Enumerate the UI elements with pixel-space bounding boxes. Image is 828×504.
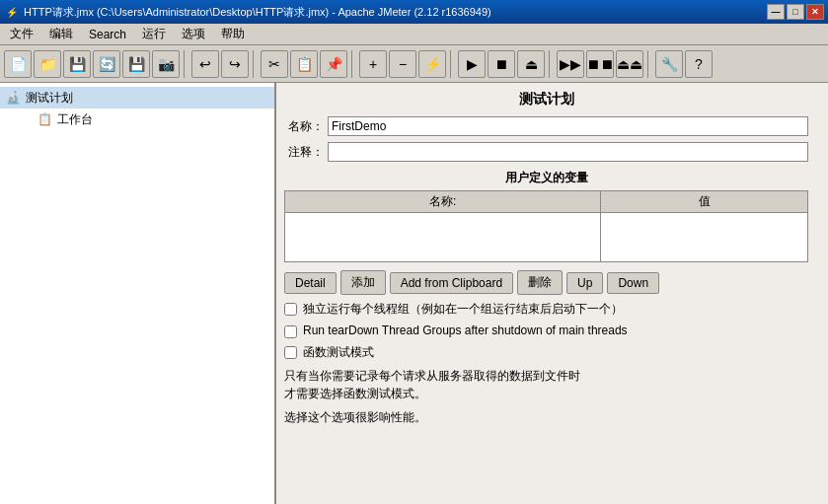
toolbar-btn-new[interactable]: 📄 bbox=[4, 50, 32, 78]
toolbar-btn-open[interactable]: 📁 bbox=[34, 50, 61, 78]
checkbox1[interactable] bbox=[284, 303, 297, 316]
table-row bbox=[285, 213, 808, 262]
checkbox3[interactable] bbox=[284, 346, 297, 359]
toolbar-separator-5 bbox=[647, 50, 651, 78]
minimize-button[interactable]: — bbox=[767, 4, 785, 20]
info-text-2: 才需要选择函数测试模式。 bbox=[284, 387, 426, 400]
checkbox2-label: Run tearDown Thread Groups after shutdow… bbox=[303, 324, 628, 337]
table-cell-name[interactable] bbox=[285, 213, 601, 262]
add-button[interactable]: 添加 bbox=[340, 270, 386, 295]
toolbar: 📄📁💾🔄💾📷↩↪✂📋📌+−⚡▶⏹⏏▶▶⏹⏹⏏⏏🔧? bbox=[0, 45, 828, 83]
name-label: 名称： bbox=[284, 118, 324, 135]
col-value-header: 值 bbox=[601, 191, 808, 213]
tree-item-test-plan[interactable]: 🔬测试计划 bbox=[0, 87, 274, 108]
menu-item-search[interactable]: Search bbox=[81, 26, 134, 43]
info-text-block: 只有当你需要记录每个请求从服务器取得的数据到文件时 才需要选择函数测试模式。 bbox=[284, 367, 808, 402]
checkbox3-label: 函数测试模式 bbox=[303, 344, 374, 361]
toolbar-btn-save[interactable]: 💾 bbox=[122, 50, 150, 78]
window-title: HTTP请求.jmx (C:\Users\Administrator\Deskt… bbox=[24, 5, 767, 20]
toolbar-btn-copy[interactable]: 📋 bbox=[290, 50, 318, 78]
tree-item-icon-test-plan: 🔬 bbox=[4, 89, 22, 107]
comment-label: 注释： bbox=[284, 144, 324, 161]
tree-panel: 🔬测试计划📋工作台 bbox=[0, 83, 276, 504]
checkbox1-label: 独立运行每个线程组（例如在一个组运行结束后启动下一个） bbox=[303, 301, 623, 318]
checkbox2-row: Run tearDown Thread Groups after shutdow… bbox=[284, 324, 808, 338]
toolbar-btn-remove[interactable]: − bbox=[389, 50, 416, 78]
table-cell-value[interactable] bbox=[601, 213, 808, 262]
info-text-3: 选择这个选项很影响性能。 bbox=[284, 408, 808, 426]
content-panel: 测试计划 名称： 注释： 用户定义的变量 名称: 值 bbox=[276, 83, 828, 504]
toolbar-btn-help-btn[interactable]: ? bbox=[685, 50, 713, 78]
app-icon: ⚡ bbox=[4, 4, 20, 20]
toolbar-btn-clear[interactable]: ⚡ bbox=[418, 50, 446, 78]
toolbar-btn-remote-shutdown[interactable]: ⏏⏏ bbox=[616, 50, 643, 78]
up-button[interactable]: Up bbox=[566, 272, 603, 294]
tree-item-label-workbench: 工作台 bbox=[57, 111, 93, 128]
toolbar-btn-paste[interactable]: 📌 bbox=[320, 50, 347, 78]
comment-row: 注释： bbox=[284, 142, 808, 162]
variables-title: 用户定义的变量 bbox=[284, 170, 808, 186]
menu-item-edit[interactable]: 编辑 bbox=[41, 24, 81, 44]
main-layout: 🔬测试计划📋工作台 测试计划 名称： 注释： 用户定义的变量 名称: 值 bbox=[0, 83, 828, 504]
checkbox1-row: 独立运行每个线程组（例如在一个组运行结束后启动下一个） bbox=[284, 301, 808, 318]
toolbar-separator-1 bbox=[253, 50, 257, 78]
variables-table: 名称: 值 bbox=[284, 190, 808, 262]
toolbar-btn-revert[interactable]: 🔄 bbox=[93, 50, 120, 78]
toolbar-btn-screenshot[interactable]: 📷 bbox=[152, 50, 180, 78]
tree-item-label-test-plan: 测试计划 bbox=[26, 90, 73, 107]
col-name-header: 名称: bbox=[285, 191, 601, 213]
menu-item-help[interactable]: 帮助 bbox=[213, 24, 253, 44]
tree-item-workbench[interactable]: 📋工作台 bbox=[16, 108, 274, 130]
checkbox3-row: 函数测试模式 bbox=[284, 344, 808, 361]
toolbar-separator-0 bbox=[184, 50, 188, 78]
toolbar-btn-function-helper[interactable]: 🔧 bbox=[655, 50, 683, 78]
name-row: 名称： bbox=[284, 116, 808, 136]
comment-input[interactable] bbox=[328, 142, 808, 162]
toolbar-btn-remote-run[interactable]: ▶▶ bbox=[557, 50, 584, 78]
close-button[interactable]: ✕ bbox=[806, 4, 824, 20]
toolbar-btn-run-btn[interactable]: ▶ bbox=[458, 50, 486, 78]
menu-item-file[interactable]: 文件 bbox=[2, 24, 41, 44]
checkbox2[interactable] bbox=[284, 325, 297, 338]
toolbar-separator-3 bbox=[450, 50, 454, 78]
toolbar-btn-remote-stop[interactable]: ⏹⏹ bbox=[586, 50, 614, 78]
toolbar-btn-redo[interactable]: ↪ bbox=[221, 50, 249, 78]
action-buttons-row: Detail 添加 Add from Clipboard 删除 Up Down bbox=[284, 270, 808, 295]
title-bar: ⚡ HTTP请求.jmx (C:\Users\Administrator\Des… bbox=[0, 0, 828, 24]
maximize-button[interactable]: □ bbox=[787, 4, 804, 20]
delete-button[interactable]: 删除 bbox=[517, 270, 563, 295]
menu-bar: 文件编辑Search运行选项帮助 bbox=[0, 24, 828, 45]
toolbar-btn-cut[interactable]: ✂ bbox=[261, 50, 288, 78]
menu-item-run[interactable]: 运行 bbox=[134, 24, 174, 44]
down-button[interactable]: Down bbox=[607, 272, 659, 294]
menu-item-options[interactable]: 选项 bbox=[174, 24, 213, 44]
name-input[interactable] bbox=[328, 116, 808, 136]
toolbar-btn-undo[interactable]: ↩ bbox=[191, 50, 219, 78]
toolbar-separator-2 bbox=[351, 50, 355, 78]
toolbar-btn-save-all[interactable]: 💾 bbox=[63, 50, 91, 78]
content-inner: 测试计划 名称： 注释： 用户定义的变量 名称: 值 bbox=[276, 83, 828, 440]
add-from-clipboard-button[interactable]: Add from Clipboard bbox=[390, 272, 513, 294]
detail-button[interactable]: Detail bbox=[284, 272, 337, 294]
window-controls: — □ ✕ bbox=[767, 4, 824, 20]
variables-section: 用户定义的变量 名称: 值 bbox=[284, 170, 808, 262]
info-text-1: 只有当你需要记录每个请求从服务器取得的数据到文件时 bbox=[284, 369, 580, 383]
tree-item-icon-workbench: 📋 bbox=[36, 110, 53, 128]
toolbar-btn-add[interactable]: + bbox=[359, 50, 387, 78]
toolbar-btn-shutdown[interactable]: ⏏ bbox=[517, 50, 545, 78]
section-title: 测试计划 bbox=[284, 91, 808, 108]
toolbar-btn-stop[interactable]: ⏹ bbox=[488, 50, 515, 78]
toolbar-separator-4 bbox=[549, 50, 553, 78]
